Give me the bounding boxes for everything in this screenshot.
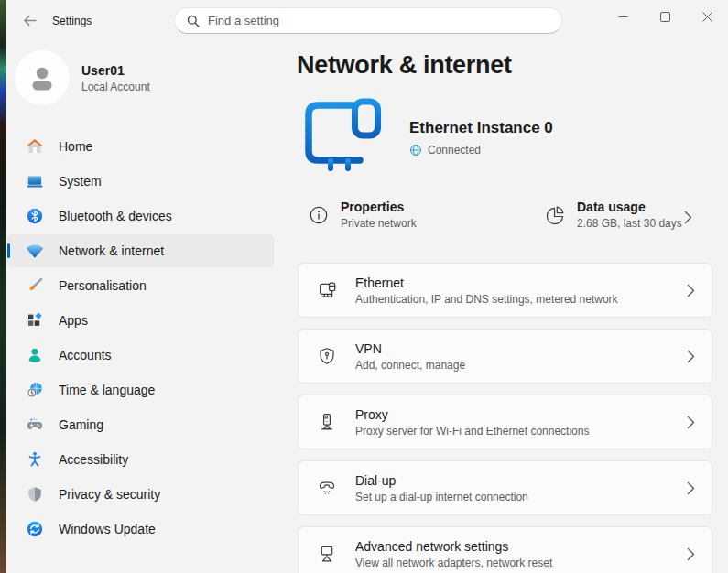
shield-icon	[26, 485, 44, 503]
minimize-button[interactable]	[602, 0, 644, 33]
card-title: Proxy	[355, 407, 589, 422]
page-title: Network & internet	[297, 51, 512, 80]
gamepad-icon	[26, 416, 44, 434]
back-button[interactable]	[22, 13, 38, 29]
user-card[interactable]: User01 Local Account	[15, 50, 150, 105]
quick-info-row: Properties Private network Data usage 2.…	[296, 194, 712, 247]
sidebar-item-time-language[interactable]: Time & language	[7, 373, 274, 406]
card-dialup[interactable]: Dial-up Set up a dial-up internet connec…	[298, 460, 712, 515]
data-usage-subtitle: 2.68 GB, last 30 days	[577, 217, 682, 230]
network-name: Ethernet Instance 0	[409, 119, 553, 137]
data-usage-item[interactable]: Data usage 2.68 GB, last 30 days	[545, 200, 682, 230]
apps-grid-icon	[26, 311, 44, 330]
card-subtitle: Authentication, IP and DNS settings, met…	[355, 293, 618, 306]
sidebar-item-gaming[interactable]: Gaming	[7, 408, 274, 441]
card-subtitle: Add, connect, manage	[355, 359, 465, 372]
chevron-right-icon	[687, 350, 695, 363]
pie-chart-icon	[545, 205, 565, 225]
chevron-right-icon	[684, 211, 692, 224]
card-title: Ethernet	[355, 276, 618, 290]
dialup-phone-icon	[316, 478, 338, 498]
chevron-right-icon	[687, 284, 695, 297]
chevron-right-icon	[687, 481, 695, 495]
window-controls	[602, 0, 728, 33]
sidebar-item-bluetooth-devices[interactable]: Bluetooth & devices	[7, 200, 274, 232]
avatar	[15, 50, 70, 105]
sidebar-item-label: Network & internet	[59, 243, 164, 258]
desktop-wallpaper-strip	[0, 0, 6, 573]
maximize-button[interactable]	[644, 0, 686, 33]
card-subtitle: View all network adapters, network reset	[355, 557, 552, 569]
back-arrow-icon	[22, 13, 38, 28]
titlebar: Settings	[6, 0, 728, 40]
sidebar-item-accessibility[interactable]: Accessibility	[7, 443, 274, 476]
app-title: Settings	[52, 15, 92, 27]
sidebar-item-label: Home	[59, 139, 92, 154]
card-title: VPN	[355, 341, 465, 356]
data-usage-title: Data usage	[577, 200, 682, 214]
sidebar-nav: Home System Bluetooth & devices Network …	[6, 128, 277, 547]
sidebar-item-privacy-security[interactable]: Privacy & security	[7, 478, 274, 511]
home-icon	[26, 137, 44, 156]
system-icon	[26, 172, 44, 190]
card-proxy[interactable]: Proxy Proxy server for Wi-Fi and Etherne…	[298, 395, 712, 449]
bluetooth-icon	[26, 207, 44, 225]
card-ethernet[interactable]: Ethernet Authentication, IP and DNS sett…	[298, 263, 712, 318]
user-account-type: Local Account	[81, 81, 150, 93]
advanced-network-icon	[316, 544, 338, 564]
minimize-icon	[618, 12, 628, 22]
ethernet-icon	[316, 280, 338, 301]
card-subtitle: Proxy server for Wi-Fi and Ethernet conn…	[355, 425, 589, 438]
card-vpn[interactable]: VPN Add, connect, manage	[298, 329, 712, 384]
sidebar-item-label: Time & language	[59, 383, 155, 397]
sidebar-item-label: Gaming	[59, 417, 103, 432]
info-icon	[309, 205, 329, 225]
sidebar-item-label: Accessibility	[59, 452, 128, 467]
card-subtitle: Set up a dial-up internet connection	[355, 491, 528, 503]
sidebar-item-label: Privacy & security	[59, 487, 160, 502]
sidebar-item-label: Bluetooth & devices	[59, 209, 172, 223]
sidebar-item-label: Personalisation	[59, 278, 147, 293]
network-hero: Ethernet Instance 0 Connected	[302, 93, 553, 182]
sidebar-item-label: System	[59, 174, 102, 189]
user-name: User01	[81, 63, 150, 78]
search-input[interactable]	[208, 14, 519, 27]
sidebar-item-system[interactable]: System	[7, 165, 274, 198]
vpn-shield-icon	[316, 346, 338, 366]
sidebar-item-network-internet[interactable]: Network & internet	[7, 234, 274, 267]
sidebar: User01 Local Account Home System	[6, 40, 284, 573]
connection-status: Connected	[428, 144, 481, 157]
search-box[interactable]	[174, 7, 562, 34]
search-icon	[187, 15, 200, 27]
card-title: Advanced network settings	[355, 539, 552, 554]
sidebar-item-windows-update[interactable]: Windows Update	[7, 513, 274, 546]
sidebar-item-label: Accounts	[59, 348, 112, 362]
card-title: Dial-up	[355, 473, 528, 488]
globe-clock-icon	[26, 381, 44, 399]
update-refresh-icon	[26, 520, 44, 538]
properties-subtitle: Private network	[341, 217, 417, 230]
properties-title: Properties	[341, 200, 417, 214]
paintbrush-icon	[26, 276, 44, 295]
sidebar-item-home[interactable]: Home	[7, 130, 274, 163]
main-content: Network & internet Ethernet Instance 0 C…	[296, 40, 728, 573]
settings-cards: Ethernet Authentication, IP and DNS sett…	[298, 263, 712, 573]
chevron-right-icon	[687, 416, 695, 429]
connected-globe-icon	[409, 144, 422, 157]
properties-item[interactable]: Properties Private network	[309, 200, 417, 230]
person-icon	[27, 62, 58, 93]
chevron-right-icon	[687, 547, 695, 561]
close-button[interactable]	[686, 0, 728, 33]
account-person-icon	[26, 346, 44, 364]
sidebar-item-label: Apps	[59, 313, 88, 328]
close-icon	[702, 12, 712, 22]
sidebar-item-apps[interactable]: Apps	[7, 304, 274, 337]
card-advanced-network-settings[interactable]: Advanced network settings View all netwo…	[298, 526, 712, 573]
ethernet-hero-icon	[302, 93, 386, 182]
sidebar-item-label: Windows Update	[59, 522, 156, 536]
maximize-icon	[660, 12, 670, 22]
accessibility-person-icon	[26, 450, 44, 469]
sidebar-item-personalisation[interactable]: Personalisation	[7, 269, 274, 302]
sidebar-item-accounts[interactable]: Accounts	[7, 339, 274, 372]
settings-window: Settings User01 Local Account	[0, 0, 728, 573]
